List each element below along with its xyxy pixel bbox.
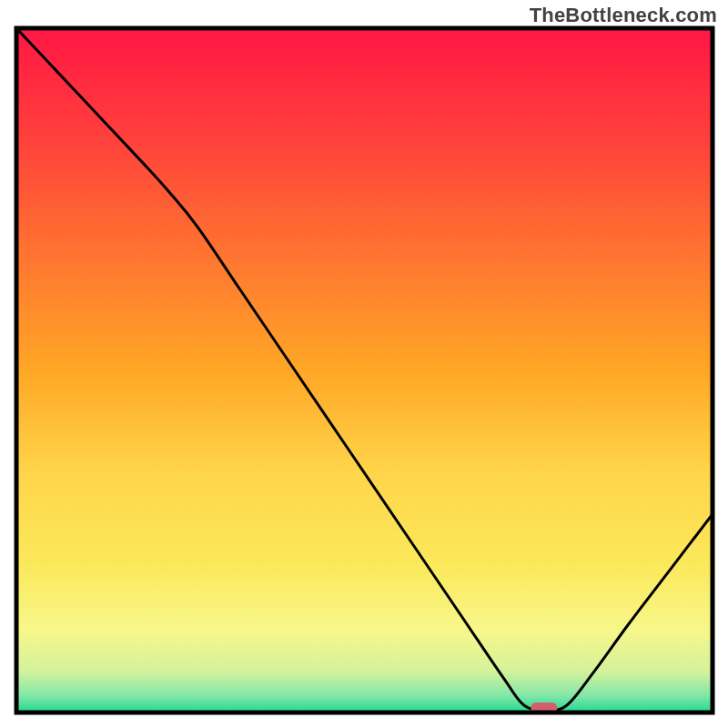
chart-root: { "watermark": "TheBottleneck.com", "cha…: [0, 0, 728, 728]
gradient-background: [16, 28, 713, 713]
bottleneck-chart: [0, 0, 728, 728]
